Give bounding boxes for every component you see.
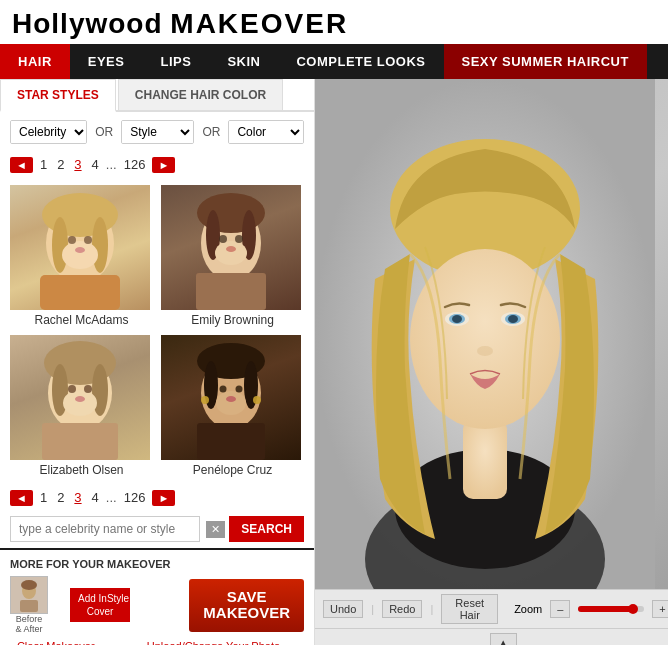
right-panel: Undo | Redo | Reset Hair Zoom – + – xyxy=(315,79,668,645)
svg-point-5 xyxy=(68,236,76,244)
page-bottom-4[interactable]: 4 xyxy=(89,489,102,506)
page-bottom-ellipsis: ... xyxy=(106,490,117,505)
before-after-section: Before& After xyxy=(10,576,48,634)
photo-area xyxy=(315,79,668,589)
svg-point-53 xyxy=(477,346,493,356)
color-select[interactable]: Color Blonde Brunette Red xyxy=(229,121,303,143)
page-bottom-3[interactable]: 3 xyxy=(71,489,84,506)
svg-point-3 xyxy=(92,217,108,273)
search-input[interactable] xyxy=(10,516,200,542)
tabs-row: STAR STYLES CHANGE HAIR COLOR xyxy=(0,79,314,112)
style-arrow[interactable]: ▼ xyxy=(193,125,194,140)
style-dropdown[interactable]: Style Short Medium Long ▼ xyxy=(121,120,194,144)
svg-point-13 xyxy=(215,241,247,265)
nav-item-lips[interactable]: LIPS xyxy=(142,44,209,79)
svg-point-16 xyxy=(226,246,236,252)
svg-point-31 xyxy=(216,391,246,415)
svg-rect-40 xyxy=(20,600,38,612)
svg-point-25 xyxy=(75,396,85,402)
search-row: ✕ SEARCH xyxy=(0,510,314,548)
left-panel: STAR STYLES CHANGE HAIR COLOR Celebrity … xyxy=(0,79,315,645)
svg-point-15 xyxy=(235,235,243,243)
page-3[interactable]: 3 xyxy=(71,156,84,173)
svg-point-32 xyxy=(220,386,227,393)
svg-point-34 xyxy=(226,396,236,402)
celeb-name-emily: Emily Browning xyxy=(161,313,304,327)
celeb-item-penelope[interactable]: Penélope Cruz xyxy=(161,335,304,477)
reset-hair-button[interactable]: Reset Hair xyxy=(441,594,498,624)
more-section-title: MORE FOR YOUR MAKEOVER xyxy=(10,558,304,570)
svg-point-35 xyxy=(201,396,209,404)
tab-change-hair-color[interactable]: CHANGE HAIR COLOR xyxy=(118,79,283,110)
page-bottom-126[interactable]: 126 xyxy=(121,489,149,506)
svg-point-4 xyxy=(62,241,98,269)
page-2[interactable]: 2 xyxy=(54,156,67,173)
nav-item-skin[interactable]: SKIN xyxy=(209,44,278,79)
before-after-avatar xyxy=(10,576,48,614)
celebrity-grid: Rachel McAdams xyxy=(0,177,314,485)
celeb-item-rachel[interactable]: Rachel McAdams xyxy=(10,185,153,327)
page-1[interactable]: 1 xyxy=(37,156,50,173)
move-hair-controls: ▲ ◄ ► ▼ MOVE HAIR xyxy=(462,633,545,645)
svg-point-36 xyxy=(253,396,261,404)
zoom-handle[interactable] xyxy=(628,604,638,614)
celeb-name-rachel: Rachel McAdams xyxy=(10,313,153,327)
color-dropdown[interactable]: Color Blonde Brunette Red ▼ xyxy=(228,120,304,144)
celebrity-dropdown[interactable]: Celebrity Actor Singer Model ▼ xyxy=(10,120,87,144)
nav-item-complete-looks[interactable]: COMPLETE LOOKS xyxy=(278,44,443,79)
title-bold: MAKEOVER xyxy=(170,8,348,39)
svg-point-2 xyxy=(52,217,68,273)
svg-point-33 xyxy=(236,386,243,393)
prev-page-bottom-button[interactable]: ◄ xyxy=(10,490,33,506)
or-text-1: OR xyxy=(95,125,113,139)
redo-button[interactable]: Redo xyxy=(382,600,422,618)
save-makeover-button[interactable]: SAVEMAKEOVER xyxy=(189,579,304,632)
nav-item-sexy-summer[interactable]: SEXY SUMMER HAIRCUT xyxy=(444,44,647,79)
nav-item-eyes[interactable]: EYES xyxy=(70,44,143,79)
celeb-item-elizabeth[interactable]: Elizabeth Olsen xyxy=(10,335,153,477)
svg-point-46 xyxy=(410,249,560,429)
upload-photo-link[interactable]: • Upload/Change Your Photo xyxy=(140,640,280,645)
tab-star-styles[interactable]: STAR STYLES xyxy=(0,79,116,112)
clear-makeover-link[interactable]: • Clear Makeover xyxy=(10,640,110,645)
page-bottom-2[interactable]: 2 xyxy=(54,489,67,506)
celebrity-select[interactable]: Celebrity Actor Singer Model xyxy=(11,121,87,143)
page-4[interactable]: 4 xyxy=(89,156,102,173)
controls-bar: – + HEIGHT – + WIDTH xyxy=(315,628,668,645)
svg-rect-17 xyxy=(196,273,266,310)
zoom-label: Zoom xyxy=(514,603,542,615)
svg-point-22 xyxy=(63,390,97,416)
color-arrow[interactable]: ▼ xyxy=(303,125,304,140)
more-section: MORE FOR YOUR MAKEOVER xyxy=(0,548,314,645)
celeb-name-elizabeth: Elizabeth Olsen xyxy=(10,463,153,477)
title-italic: Hollywood xyxy=(12,8,163,39)
filter-dropdowns: Celebrity Actor Singer Model ▼ OR Style … xyxy=(0,112,314,152)
svg-rect-44 xyxy=(463,419,507,499)
celeb-photo-emily xyxy=(161,185,301,310)
nav-item-hair[interactable]: HAIR xyxy=(0,44,70,79)
prev-page-button[interactable]: ◄ xyxy=(10,157,33,173)
next-page-button[interactable]: ► xyxy=(152,157,175,173)
before-after-label: Before& After xyxy=(10,614,48,634)
svg-point-39 xyxy=(21,580,37,590)
page-126[interactable]: 126 xyxy=(121,156,149,173)
pagination-top: ◄ 1 2 3 4 ... 126 ► xyxy=(0,152,314,177)
next-page-bottom-button[interactable]: ► xyxy=(152,490,175,506)
page-bottom-1[interactable]: 1 xyxy=(37,489,50,506)
move-buttons-grid: ▲ ◄ ► ▼ xyxy=(462,633,545,645)
svg-point-6 xyxy=(84,236,92,244)
zoom-plus-button[interactable]: + xyxy=(652,600,668,618)
zoom-fill xyxy=(578,606,633,612)
undo-button[interactable]: Undo xyxy=(323,600,363,618)
add-instyle-button[interactable]: Add InStyleCover xyxy=(70,588,130,622)
zoom-slider[interactable] xyxy=(578,606,644,612)
search-button[interactable]: SEARCH xyxy=(229,516,304,542)
move-up-button[interactable]: ▲ xyxy=(490,633,517,645)
svg-point-14 xyxy=(219,235,227,243)
style-select[interactable]: Style Short Medium Long xyxy=(122,121,193,143)
search-clear-button[interactable]: ✕ xyxy=(206,521,225,538)
celeb-item-emily[interactable]: Emily Browning xyxy=(161,185,304,327)
zoom-minus-button[interactable]: – xyxy=(550,600,570,618)
svg-point-52 xyxy=(508,315,518,323)
main-content: STAR STYLES CHANGE HAIR COLOR Celebrity … xyxy=(0,79,668,645)
